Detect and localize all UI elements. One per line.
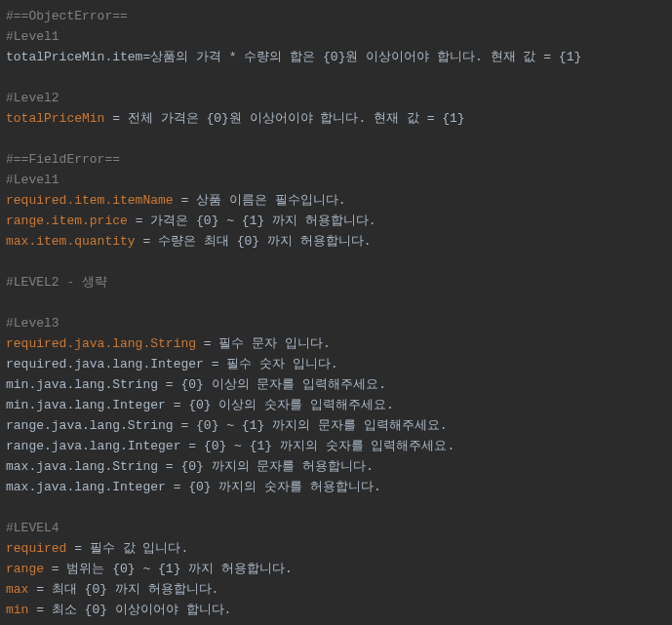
code-token: required.java.lang.String [6,336,196,351]
code-line [6,129,666,149]
code-line: #==ObjectError== [6,6,666,26]
code-token: = [136,234,158,249]
code-line: max.java.lang.Integer = {0} 까지의 숫자를 허용합니… [6,477,666,497]
code-token: max.java.lang.String = {0} 까지의 문자를 허용합니다… [6,459,374,474]
code-token: = [44,562,66,576]
code-line: max = 최대 {0} 까지 허용합니다. [6,579,666,600]
code-line: required.item.itemName = 상품 이름은 필수입니다. [6,190,666,211]
code-line: min.java.lang.Integer = {0} 이상의 숫자를 입력해주… [6,395,666,415]
code-token: 최소 {0} 이상이어야 합니다. [52,603,232,617]
code-token: = [128,214,150,228]
code-token: 필수 값 입니다. [90,541,188,556]
code-token: #Level3 [6,316,59,331]
code-token: totalPriceMin.item [6,50,142,64]
code-token: 상품의 가격 * 수량의 합은 {0}원 이상이어야 합니다. 현재 값 = {… [150,50,581,64]
code-line: required.java.lang.String = 필수 문자 입니다. [6,333,666,354]
code-token: 범위는 {0} ~ {1} 까지 허용합니다. [66,562,292,576]
code-token: 수량은 최대 {0} 까지 허용합니다. [158,234,371,249]
code-line: #Level2 [6,88,666,108]
code-line: range.item.price = 가격은 {0} ~ {1} 까지 허용합니… [6,211,666,231]
code-token: required.java.lang.Integer = 필수 숫자 입니다. [6,357,338,371]
code-line: required = 필수 값 입니다. [6,538,666,559]
code-token: = [28,582,51,597]
code-line: range.java.lang.Integer = {0} ~ {1} 까지의 … [6,436,666,456]
code-token: = [28,603,51,617]
code-line: #Level3 [6,313,666,333]
code-line [6,67,666,88]
code-line: range.java.lang.String = {0} ~ {1} 까지의 문… [6,415,666,436]
code-line: #LEVEL2 - 생략 [6,272,666,293]
code-token: totalPriceMin [6,111,104,126]
code-token: #==FieldError== [6,152,120,167]
code-token: 필수 문자 입니다. [218,336,330,351]
code-token: max.item.quantity [6,234,136,249]
code-token: #LEVEL2 - 생략 [6,275,107,290]
code-token: = [66,541,89,556]
code-line: max.item.quantity = 수량은 최대 {0} 까지 허용합니다. [6,231,666,252]
code-line: totalPriceMin = 전체 가격은 {0}원 이상어이야 합니다. 현… [6,108,666,129]
code-token: 최대 {0} 까지 허용합니다. [52,582,219,597]
code-token: #Level1 [6,29,59,44]
code-token: range.java.lang.Integer = {0} ~ {1} 까지의 … [6,439,455,453]
code-line: required.java.lang.Integer = 필수 숫자 입니다. [6,354,666,374]
code-token: 가격은 {0} ~ {1} 까지 허용합니다. [150,214,376,228]
code-token: min.java.lang.String = {0} 이상의 문자를 입력해주세… [6,377,386,392]
code-token: min [6,603,28,617]
code-line: min = 최소 {0} 이상이어야 합니다. [6,600,666,620]
code-token: range [6,562,44,576]
code-line: min.java.lang.String = {0} 이상의 문자를 입력해주세… [6,374,666,395]
code-line [6,293,666,313]
code-token: 상품 이름은 필수입니다. [196,193,345,208]
code-token: #LEVEL4 [6,521,59,535]
code-token: required [6,541,66,556]
code-token: #==ObjectError== [6,9,128,23]
code-line [6,252,666,272]
code-line: max.java.lang.String = {0} 까지의 문자를 허용합니다… [6,456,666,477]
code-line [6,497,666,518]
code-token: #Level2 [6,91,59,105]
code-line: #LEVEL4 [6,518,666,538]
code-token: max [6,582,28,597]
code-line: range = 범위는 {0} ~ {1} 까지 허용합니다. [6,559,666,579]
code-line: #Level1 [6,170,666,190]
code-token: max.java.lang.Integer = {0} 까지의 숫자를 허용합니… [6,480,381,494]
code-line: totalPriceMin.item=상품의 가격 * 수량의 합은 {0}원 … [6,47,666,67]
code-line: #==FieldError== [6,149,666,170]
code-token: range.java.lang.String = {0} ~ {1} 까지의 문… [6,418,447,433]
code-editor: #==ObjectError==#Level1totalPriceMin.ite… [6,6,666,620]
code-token: = [174,193,196,208]
code-token: #Level1 [6,173,59,187]
code-token: range.item.price [6,214,128,228]
code-token: = [196,336,218,351]
code-token: min.java.lang.Integer = {0} 이상의 숫자를 입력해주… [6,398,394,412]
code-token: 전체 가격은 {0}원 이상어이야 합니다. 현재 값 = {1} [128,111,465,126]
code-line: #Level1 [6,26,666,47]
code-token: = [104,111,127,126]
code-token: required.item.itemName [6,193,174,208]
